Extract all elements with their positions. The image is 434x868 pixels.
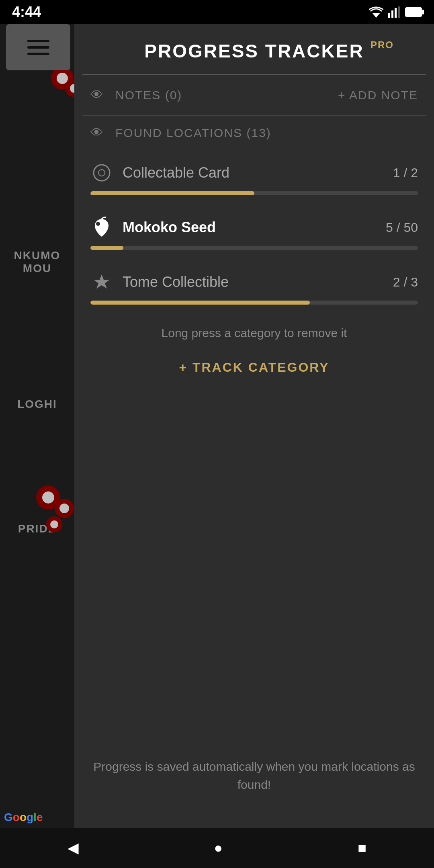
panel-title: PROGRESS TRACKER	[144, 40, 364, 62]
tome-collectible-name: Tome Collectible	[123, 274, 383, 291]
svg-point-15	[59, 504, 69, 513]
panel-header: PROGRESS TRACKER PRO	[74, 24, 434, 74]
tome-collectible-icon	[90, 271, 113, 293]
map-background	[0, 0, 74, 868]
svg-rect-4	[398, 6, 400, 18]
svg-rect-2	[391, 10, 393, 18]
signal-icon	[388, 6, 400, 18]
category-header-tome-collectible: Tome Collectible 2 / 3	[90, 271, 418, 293]
track-category-button[interactable]: + TRACK CATEGORY	[74, 352, 434, 383]
add-note-button[interactable]: + ADD NOTE	[338, 88, 418, 102]
svg-point-22	[96, 222, 100, 226]
recent-apps-button[interactable]: ■	[358, 839, 366, 856]
status-time: 4:44	[12, 4, 41, 20]
svg-marker-23	[94, 274, 110, 289]
map-pins-bottom	[32, 482, 80, 544]
svg-rect-1	[388, 13, 390, 18]
status-bar: 4:44	[0, 0, 434, 24]
category-header-collectable-card: Collectable Card 1 / 2	[90, 162, 418, 184]
collectable-card-count: 1 / 2	[393, 166, 418, 180]
status-icons	[369, 6, 422, 18]
hamburger-icon	[27, 40, 49, 55]
category-item-collectable-card[interactable]: Collectable Card 1 / 2	[74, 150, 434, 205]
tome-collectible-progress-bar	[90, 301, 418, 305]
category-item-tome-collectible[interactable]: Tome Collectible 2 / 3	[74, 260, 434, 314]
svg-point-12	[42, 491, 54, 504]
collectable-card-progress-bar	[90, 191, 418, 195]
svg-point-20	[94, 165, 110, 181]
map-pin-cluster-bottom	[32, 482, 80, 542]
collectable-card-name: Collectable Card	[123, 164, 383, 181]
map-label-1: NKUMO MOU	[0, 249, 74, 275]
main-panel: PROGRESS TRACKER PRO 👁 NOTES (0) + ADD N…	[74, 24, 434, 868]
wifi-icon	[369, 6, 383, 18]
found-locations-row: 👁 FOUND LOCATIONS (13)	[74, 116, 434, 150]
mokoko-seed-progress-fill	[90, 246, 123, 250]
map-label-2: LOGHI	[0, 398, 74, 411]
notes-eye-icon: 👁	[90, 88, 103, 102]
svg-marker-0	[372, 13, 380, 18]
svg-rect-3	[395, 8, 397, 18]
mokoko-seed-icon	[90, 216, 113, 239]
notes-row: 👁 NOTES (0) + ADD NOTE	[74, 75, 434, 115]
menu-button[interactable]	[6, 24, 70, 70]
svg-point-6	[57, 73, 68, 84]
collectable-card-icon	[90, 162, 113, 184]
svg-point-18	[50, 520, 58, 528]
tome-collectible-count: 2 / 3	[393, 275, 418, 290]
battery-icon	[405, 7, 422, 17]
mokoko-seed-name: Mokoko Seed	[123, 219, 376, 236]
mokoko-seed-progress-bar	[90, 246, 418, 250]
category-header-mokoko-seed: Mokoko Seed 5 / 50	[90, 216, 418, 239]
tome-collectible-progress-fill	[90, 301, 310, 305]
home-button[interactable]: ●	[214, 839, 223, 856]
svg-point-21	[98, 170, 105, 176]
nav-bar: ◀ ● ■	[0, 828, 434, 868]
found-locations-label: FOUND LOCATIONS (13)	[115, 126, 271, 140]
mokoko-seed-count: 5 / 50	[386, 220, 418, 235]
notes-label: NOTES (0)	[115, 88, 182, 102]
hint-text: Long press a category to remove it	[74, 314, 434, 352]
locations-eye-icon: 👁	[90, 125, 103, 140]
google-logo: Google	[4, 811, 43, 824]
collectable-card-progress-fill	[90, 191, 254, 195]
back-button[interactable]: ◀	[68, 839, 79, 856]
pro-badge: PRO	[371, 39, 394, 51]
category-item-mokoko-seed[interactable]: Mokoko Seed 5 / 50	[74, 205, 434, 260]
auto-save-text: Progress is saved automatically when you…	[90, 757, 418, 794]
